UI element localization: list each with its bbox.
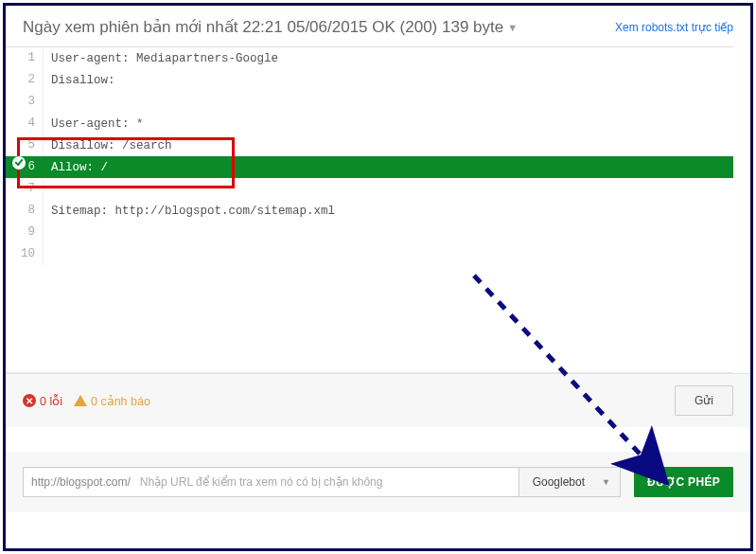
url-input-group: http://blogspot.com/	[23, 467, 519, 497]
status-bar: ✕ 0 lỗi 0 cảnh báo Gửi	[6, 373, 750, 427]
code-line[interactable]: 1User-agent: Mediapartners-Google	[6, 47, 733, 69]
status-counts: ✕ 0 lỗi 0 cảnh báo	[23, 394, 150, 408]
url-prefix: http://blogspot.com/	[24, 475, 134, 489]
code-line[interactable]: 3	[6, 91, 733, 113]
chevron-down-icon: ▼	[507, 22, 518, 33]
line-number: 6	[6, 156, 44, 178]
code-line[interactable]: 5Disallow: /search	[6, 134, 733, 156]
line-number: 3	[6, 91, 44, 113]
code-text: Disallow: /search	[44, 139, 172, 152]
code-line[interactable]: 10	[6, 243, 733, 265]
bot-select[interactable]: Googlebot ▼	[519, 467, 621, 497]
line-number: 4	[6, 113, 44, 134]
errors-label: 0 lỗi	[40, 394, 62, 408]
view-live-link[interactable]: Xem robots.txt trực tiếp	[615, 21, 733, 34]
line-number: 5	[6, 134, 44, 156]
line-number: 7	[6, 178, 44, 200]
code-line[interactable]: 6Allow: /	[6, 156, 733, 178]
code-line[interactable]: 7	[6, 178, 733, 200]
warning-icon	[74, 395, 87, 406]
separator	[6, 427, 750, 452]
code-line[interactable]: 4User-agent: *	[6, 113, 733, 134]
app-frame: Ngày xem phiên bản mới nhất 22:21 05/06/…	[3, 3, 753, 551]
code-editor[interactable]: 1User-agent: Mediapartners-Google2Disall…	[6, 46, 733, 373]
code-line[interactable]: 2Disallow:	[6, 69, 733, 91]
warnings-label: 0 cảnh báo	[91, 394, 150, 408]
header: Ngày xem phiên bản mới nhất 22:21 05/06/…	[6, 6, 750, 46]
code-text: Disallow:	[44, 74, 115, 87]
bot-select-label: Googlebot	[533, 475, 585, 489]
code-text: User-agent: *	[44, 117, 144, 131]
check-icon	[12, 156, 26, 170]
code-text: Sitemap: http://blogspot.com/sitemap.xml	[44, 205, 335, 218]
error-icon: ✕	[23, 394, 36, 407]
line-number: 10	[6, 243, 44, 265]
code-text: Allow: /	[44, 161, 108, 174]
code-line[interactable]: 9	[6, 222, 733, 243]
code-text: User-agent: Mediapartners-Google	[44, 52, 278, 65]
result-badge: ĐƯỢC PHÉP	[634, 467, 733, 497]
url-input[interactable]	[134, 468, 519, 496]
line-number: 9	[6, 222, 44, 243]
page-title[interactable]: Ngày xem phiên bản mới nhất 22:21 05/06/…	[23, 17, 518, 37]
line-number: 2	[6, 69, 44, 91]
url-test-row: http://blogspot.com/ Googlebot ▼ ĐƯỢC PH…	[6, 452, 750, 512]
chevron-down-icon: ▼	[602, 477, 610, 487]
title-text: Ngày xem phiên bản mới nhất 22:21 05/06/…	[23, 17, 503, 37]
line-number: 1	[6, 47, 44, 69]
submit-button[interactable]: Gửi	[675, 385, 733, 416]
line-number: 8	[6, 200, 44, 222]
code-line[interactable]: 8Sitemap: http://blogspot.com/sitemap.xm…	[6, 200, 733, 222]
